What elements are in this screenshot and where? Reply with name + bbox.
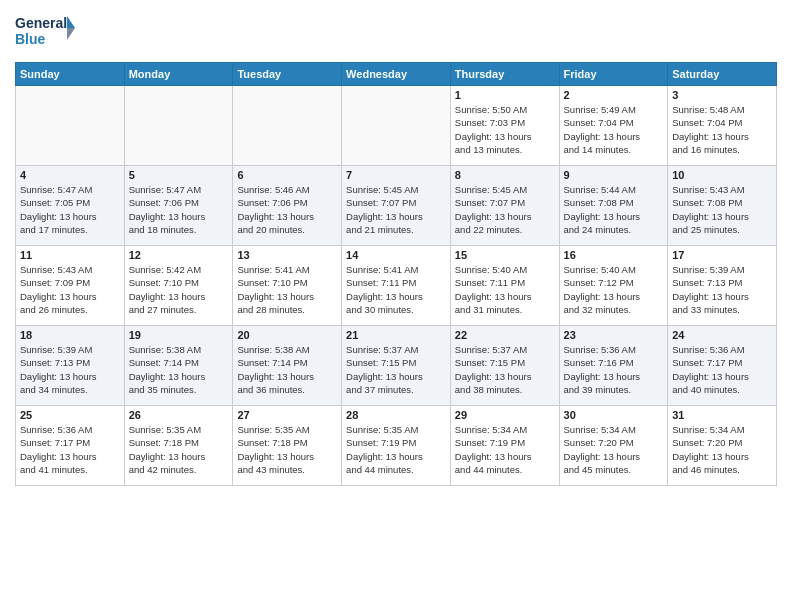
day-info: Sunrise: 5:35 AM Sunset: 7:18 PM Dayligh… bbox=[237, 423, 337, 476]
logo: General Blue bbox=[15, 10, 75, 54]
calendar-cell: 18Sunrise: 5:39 AM Sunset: 7:13 PM Dayli… bbox=[16, 326, 125, 406]
weekday-header-tuesday: Tuesday bbox=[233, 63, 342, 86]
calendar-cell: 26Sunrise: 5:35 AM Sunset: 7:18 PM Dayli… bbox=[124, 406, 233, 486]
day-info: Sunrise: 5:47 AM Sunset: 7:05 PM Dayligh… bbox=[20, 183, 120, 236]
day-info: Sunrise: 5:47 AM Sunset: 7:06 PM Dayligh… bbox=[129, 183, 229, 236]
calendar-cell: 3Sunrise: 5:48 AM Sunset: 7:04 PM Daylig… bbox=[668, 86, 777, 166]
day-info: Sunrise: 5:34 AM Sunset: 7:20 PM Dayligh… bbox=[564, 423, 664, 476]
calendar-cell: 7Sunrise: 5:45 AM Sunset: 7:07 PM Daylig… bbox=[342, 166, 451, 246]
calendar-cell bbox=[342, 86, 451, 166]
day-number: 26 bbox=[129, 409, 229, 421]
svg-text:General: General bbox=[15, 15, 67, 31]
calendar-cell: 28Sunrise: 5:35 AM Sunset: 7:19 PM Dayli… bbox=[342, 406, 451, 486]
day-info: Sunrise: 5:39 AM Sunset: 7:13 PM Dayligh… bbox=[20, 343, 120, 396]
week-row-2: 4Sunrise: 5:47 AM Sunset: 7:05 PM Daylig… bbox=[16, 166, 777, 246]
calendar-cell: 25Sunrise: 5:36 AM Sunset: 7:17 PM Dayli… bbox=[16, 406, 125, 486]
day-info: Sunrise: 5:49 AM Sunset: 7:04 PM Dayligh… bbox=[564, 103, 664, 156]
day-number: 25 bbox=[20, 409, 120, 421]
day-info: Sunrise: 5:45 AM Sunset: 7:07 PM Dayligh… bbox=[455, 183, 555, 236]
day-number: 5 bbox=[129, 169, 229, 181]
day-info: Sunrise: 5:35 AM Sunset: 7:18 PM Dayligh… bbox=[129, 423, 229, 476]
weekday-header-wednesday: Wednesday bbox=[342, 63, 451, 86]
day-number: 24 bbox=[672, 329, 772, 341]
calendar-cell: 17Sunrise: 5:39 AM Sunset: 7:13 PM Dayli… bbox=[668, 246, 777, 326]
page: General Blue SundayMondayTuesdayWednesda… bbox=[0, 0, 792, 612]
calendar-cell: 30Sunrise: 5:34 AM Sunset: 7:20 PM Dayli… bbox=[559, 406, 668, 486]
calendar-cell bbox=[124, 86, 233, 166]
calendar-cell: 14Sunrise: 5:41 AM Sunset: 7:11 PM Dayli… bbox=[342, 246, 451, 326]
calendar-cell: 16Sunrise: 5:40 AM Sunset: 7:12 PM Dayli… bbox=[559, 246, 668, 326]
day-info: Sunrise: 5:38 AM Sunset: 7:14 PM Dayligh… bbox=[237, 343, 337, 396]
day-number: 6 bbox=[237, 169, 337, 181]
calendar-cell: 2Sunrise: 5:49 AM Sunset: 7:04 PM Daylig… bbox=[559, 86, 668, 166]
calendar-cell: 27Sunrise: 5:35 AM Sunset: 7:18 PM Dayli… bbox=[233, 406, 342, 486]
day-info: Sunrise: 5:41 AM Sunset: 7:11 PM Dayligh… bbox=[346, 263, 446, 316]
calendar-cell: 15Sunrise: 5:40 AM Sunset: 7:11 PM Dayli… bbox=[450, 246, 559, 326]
calendar-cell: 21Sunrise: 5:37 AM Sunset: 7:15 PM Dayli… bbox=[342, 326, 451, 406]
day-number: 9 bbox=[564, 169, 664, 181]
day-number: 18 bbox=[20, 329, 120, 341]
day-number: 2 bbox=[564, 89, 664, 101]
day-info: Sunrise: 5:36 AM Sunset: 7:17 PM Dayligh… bbox=[672, 343, 772, 396]
day-number: 19 bbox=[129, 329, 229, 341]
calendar-cell: 8Sunrise: 5:45 AM Sunset: 7:07 PM Daylig… bbox=[450, 166, 559, 246]
calendar-cell: 19Sunrise: 5:38 AM Sunset: 7:14 PM Dayli… bbox=[124, 326, 233, 406]
day-number: 23 bbox=[564, 329, 664, 341]
svg-marker-2 bbox=[67, 16, 75, 28]
day-info: Sunrise: 5:48 AM Sunset: 7:04 PM Dayligh… bbox=[672, 103, 772, 156]
week-row-4: 18Sunrise: 5:39 AM Sunset: 7:13 PM Dayli… bbox=[16, 326, 777, 406]
header: General Blue bbox=[15, 10, 777, 54]
day-number: 1 bbox=[455, 89, 555, 101]
day-number: 30 bbox=[564, 409, 664, 421]
calendar-cell: 6Sunrise: 5:46 AM Sunset: 7:06 PM Daylig… bbox=[233, 166, 342, 246]
day-number: 16 bbox=[564, 249, 664, 261]
day-number: 10 bbox=[672, 169, 772, 181]
calendar-cell: 10Sunrise: 5:43 AM Sunset: 7:08 PM Dayli… bbox=[668, 166, 777, 246]
day-number: 13 bbox=[237, 249, 337, 261]
day-info: Sunrise: 5:46 AM Sunset: 7:06 PM Dayligh… bbox=[237, 183, 337, 236]
week-row-1: 1Sunrise: 5:50 AM Sunset: 7:03 PM Daylig… bbox=[16, 86, 777, 166]
day-info: Sunrise: 5:34 AM Sunset: 7:20 PM Dayligh… bbox=[672, 423, 772, 476]
calendar-table: SundayMondayTuesdayWednesdayThursdayFrid… bbox=[15, 62, 777, 486]
day-info: Sunrise: 5:38 AM Sunset: 7:14 PM Dayligh… bbox=[129, 343, 229, 396]
day-number: 31 bbox=[672, 409, 772, 421]
logo-svg: General Blue bbox=[15, 10, 75, 54]
calendar-cell: 13Sunrise: 5:41 AM Sunset: 7:10 PM Dayli… bbox=[233, 246, 342, 326]
day-info: Sunrise: 5:40 AM Sunset: 7:12 PM Dayligh… bbox=[564, 263, 664, 316]
day-number: 17 bbox=[672, 249, 772, 261]
day-number: 21 bbox=[346, 329, 446, 341]
day-info: Sunrise: 5:36 AM Sunset: 7:16 PM Dayligh… bbox=[564, 343, 664, 396]
week-row-5: 25Sunrise: 5:36 AM Sunset: 7:17 PM Dayli… bbox=[16, 406, 777, 486]
day-number: 4 bbox=[20, 169, 120, 181]
day-info: Sunrise: 5:44 AM Sunset: 7:08 PM Dayligh… bbox=[564, 183, 664, 236]
day-number: 11 bbox=[20, 249, 120, 261]
day-number: 14 bbox=[346, 249, 446, 261]
weekday-header-sunday: Sunday bbox=[16, 63, 125, 86]
weekday-header-thursday: Thursday bbox=[450, 63, 559, 86]
day-info: Sunrise: 5:43 AM Sunset: 7:09 PM Dayligh… bbox=[20, 263, 120, 316]
svg-marker-3 bbox=[67, 28, 75, 40]
calendar-cell: 24Sunrise: 5:36 AM Sunset: 7:17 PM Dayli… bbox=[668, 326, 777, 406]
day-info: Sunrise: 5:37 AM Sunset: 7:15 PM Dayligh… bbox=[346, 343, 446, 396]
day-info: Sunrise: 5:42 AM Sunset: 7:10 PM Dayligh… bbox=[129, 263, 229, 316]
calendar-cell: 29Sunrise: 5:34 AM Sunset: 7:19 PM Dayli… bbox=[450, 406, 559, 486]
calendar-cell bbox=[233, 86, 342, 166]
week-row-3: 11Sunrise: 5:43 AM Sunset: 7:09 PM Dayli… bbox=[16, 246, 777, 326]
calendar-cell: 23Sunrise: 5:36 AM Sunset: 7:16 PM Dayli… bbox=[559, 326, 668, 406]
day-info: Sunrise: 5:34 AM Sunset: 7:19 PM Dayligh… bbox=[455, 423, 555, 476]
day-info: Sunrise: 5:45 AM Sunset: 7:07 PM Dayligh… bbox=[346, 183, 446, 236]
calendar-cell: 20Sunrise: 5:38 AM Sunset: 7:14 PM Dayli… bbox=[233, 326, 342, 406]
day-number: 3 bbox=[672, 89, 772, 101]
calendar-cell: 31Sunrise: 5:34 AM Sunset: 7:20 PM Dayli… bbox=[668, 406, 777, 486]
day-info: Sunrise: 5:35 AM Sunset: 7:19 PM Dayligh… bbox=[346, 423, 446, 476]
day-number: 8 bbox=[455, 169, 555, 181]
calendar-cell: 22Sunrise: 5:37 AM Sunset: 7:15 PM Dayli… bbox=[450, 326, 559, 406]
day-number: 22 bbox=[455, 329, 555, 341]
weekday-header-monday: Monday bbox=[124, 63, 233, 86]
day-info: Sunrise: 5:50 AM Sunset: 7:03 PM Dayligh… bbox=[455, 103, 555, 156]
calendar-cell: 11Sunrise: 5:43 AM Sunset: 7:09 PM Dayli… bbox=[16, 246, 125, 326]
calendar-cell bbox=[16, 86, 125, 166]
weekday-header-saturday: Saturday bbox=[668, 63, 777, 86]
day-number: 12 bbox=[129, 249, 229, 261]
calendar-cell: 9Sunrise: 5:44 AM Sunset: 7:08 PM Daylig… bbox=[559, 166, 668, 246]
